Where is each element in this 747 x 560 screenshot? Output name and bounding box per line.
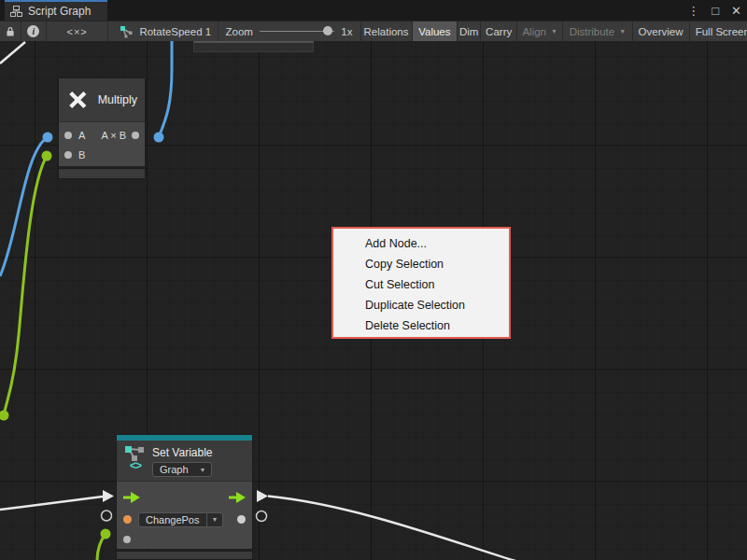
full-screen-label: Full Screen	[696, 26, 747, 37]
chevron-down-icon: ▼	[206, 513, 223, 526]
port-b-label: B	[78, 149, 85, 161]
zoom-slider[interactable]	[260, 31, 334, 32]
node-multiply[interactable]: Multiply A A × B B	[59, 78, 145, 178]
flow-arrowhead-in[interactable]	[103, 490, 114, 502]
menu-item-cut-selection[interactable]: Cut Selection	[333, 274, 509, 295]
node-set-variable[interactable]: <> Set Variable Graph ▼	[117, 435, 252, 559]
full-screen-button[interactable]: Full Screen	[690, 21, 747, 41]
wire-blue-output-up	[159, 41, 172, 137]
wire-white-out-setvar	[268, 497, 515, 560]
multiply-row-b: B	[59, 145, 145, 164]
port-dot-b-input[interactable]	[42, 151, 52, 161]
toggle-relations-label: Relations	[364, 26, 409, 37]
variable-input-port[interactable]	[123, 515, 132, 524]
toggle-values[interactable]: Values	[413, 21, 458, 41]
setvar-value-row: ChangePos ▼	[117, 509, 252, 530]
value-output-port[interactable]	[237, 515, 246, 524]
port-dot-a-input[interactable]	[43, 133, 53, 143]
code-icon: <×>	[66, 26, 87, 37]
inspect-button[interactable]: i	[21, 21, 47, 41]
flow-arrowhead-out[interactable]	[257, 490, 268, 502]
context-menu: Add Node... Copy Selection Cut Selection…	[331, 227, 511, 339]
zoom-slider-knob[interactable]	[323, 26, 332, 35]
script-graph-icon	[120, 25, 134, 38]
tab-script-graph[interactable]: Script Graph	[5, 0, 107, 21]
wire-blue-into-a	[0, 137, 48, 276]
lock-button[interactable]	[0, 21, 21, 41]
setvar-title: Set Variable	[152, 446, 212, 459]
multiply-body: A A × B B	[59, 121, 145, 166]
overview-button[interactable]: Overview	[633, 21, 690, 41]
toggle-dim[interactable]: Dim	[458, 21, 481, 41]
maximize-button[interactable]: □	[712, 5, 719, 17]
wire-green-endpoint[interactable]	[0, 411, 9, 421]
toggle-dim-label: Dim	[459, 26, 478, 37]
flow-out-port[interactable]	[229, 492, 246, 503]
info-icon: i	[27, 25, 39, 37]
variable-name-label: ChangePos	[139, 513, 206, 526]
window-controls: ⋮ □ ✕	[687, 0, 741, 21]
zoom-value: 1x	[341, 26, 352, 37]
zoom-label: Zoom	[226, 26, 253, 37]
distribute-menu-button[interactable]: Distribute ▼	[563, 21, 632, 41]
graph-breadcrumb[interactable]: RotateSpeed 1	[108, 21, 218, 41]
multiply-footer	[59, 169, 145, 178]
chevron-down-icon: ▼	[619, 28, 626, 35]
toggle-carry[interactable]: Carry	[481, 21, 517, 41]
align-label: Align	[522, 26, 546, 37]
angle-brackets-icon: <>	[130, 459, 141, 472]
breadcrumb-label: RotateSpeed 1	[139, 26, 211, 37]
port-out[interactable]	[132, 132, 139, 139]
window-menu-button[interactable]: ⋮	[687, 5, 699, 17]
port-dot-setvar-green[interactable]	[101, 529, 111, 539]
lock-icon	[6, 26, 15, 37]
menu-item-add-node[interactable]: Add Node...	[333, 233, 509, 254]
toggle-carry-label: Carry	[486, 26, 512, 37]
menu-item-delete-selection[interactable]: Delete Selection	[333, 315, 509, 336]
value-input-port[interactable]	[123, 536, 131, 543]
set-variable-icon: <>	[122, 445, 148, 472]
setvar-body: ChangePos ▼	[117, 481, 252, 549]
graph-hierarchy-icon	[10, 6, 22, 17]
window-tab-bar: Script Graph ⋮ □ ✕	[0, 0, 747, 21]
wire-green-into-b	[4, 156, 47, 415]
graph-canvas[interactable]: Multiply A A × B B	[0, 41, 747, 560]
menu-item-duplicate-selection[interactable]: Duplicate Selection	[333, 295, 509, 315]
menu-item-copy-selection[interactable]: Copy Selection	[333, 254, 509, 274]
multiply-title: Multiply	[98, 93, 137, 106]
toggle-values-label: Values	[418, 26, 450, 37]
chevron-down-icon: ▼	[195, 467, 211, 473]
edit-source-button[interactable]: <×>	[47, 21, 109, 41]
partial-node-top[interactable]	[193, 41, 314, 52]
overview-label: Overview	[639, 26, 684, 37]
variable-scope-dropdown[interactable]: Graph ▼	[152, 462, 212, 477]
multiply-row-a: A A × B	[59, 125, 145, 145]
close-button[interactable]: ✕	[731, 5, 741, 17]
port-a[interactable]	[64, 132, 72, 139]
toggle-relations[interactable]: Relations	[361, 21, 413, 41]
setvar-header[interactable]: <> Set Variable Graph ▼	[117, 441, 252, 481]
port-b[interactable]	[64, 151, 72, 159]
port-out-label: A × B	[101, 130, 126, 141]
port-a-label: A	[78, 130, 85, 141]
multiply-icon	[66, 88, 90, 112]
distribute-label: Distribute	[570, 26, 615, 37]
zoom-control: Zoom 1x	[218, 21, 361, 41]
flow-in-port[interactable]	[123, 492, 140, 503]
unconnected-port-right[interactable]	[257, 511, 267, 522]
wire-white-topleft	[0, 42, 25, 63]
align-menu-button[interactable]: Align ▼	[517, 21, 563, 41]
multiply-header[interactable]: Multiply	[59, 78, 145, 121]
setvar-third-row	[117, 530, 252, 549]
setvar-footer	[117, 552, 252, 559]
port-dot-axb-output[interactable]	[154, 133, 164, 143]
setvar-flow-row	[117, 485, 252, 509]
wire-white-into-setvar	[0, 497, 103, 510]
variable-name-dropdown[interactable]: ChangePos ▼	[138, 512, 223, 527]
tab-label: Script Graph	[28, 5, 91, 18]
graph-toolbar: i <×> RotateSpeed 1 Zoom 1x Relations Va…	[0, 21, 747, 41]
chevron-down-icon: ▼	[551, 28, 557, 35]
scope-label: Graph	[153, 463, 195, 476]
unconnected-port-left[interactable]	[102, 511, 112, 521]
